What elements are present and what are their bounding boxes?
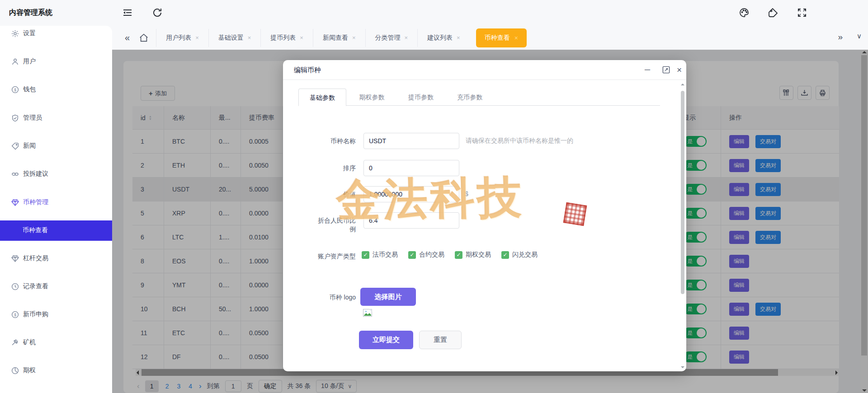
home-tab-icon[interactable] [139, 33, 149, 43]
tab-suggest-list[interactable]: 建议列表 × [417, 29, 470, 47]
gear-icon [11, 30, 19, 37]
tab-basic-params[interactable]: 基础参数 [298, 89, 346, 106]
theme-palette-icon[interactable] [739, 7, 750, 18]
sidebar-item-wallet[interactable]: $ 钱包 [0, 83, 112, 96]
checkbox-check-icon: ✓ [501, 251, 509, 259]
tabs-menu-chevron-icon[interactable]: ∨ [857, 32, 862, 40]
sort-label: 排序 [318, 164, 356, 173]
tab-option-params[interactable]: 期权参数 [348, 89, 395, 106]
gem-icon [11, 199, 19, 206]
close-icon[interactable]: × [677, 66, 682, 75]
sidebar-item-label: 设置 [23, 29, 36, 37]
logo-label: 币种 logo [318, 293, 356, 302]
sidebar-item-label: 杠杆交易 [23, 254, 48, 262]
tag-icon[interactable] [768, 7, 778, 18]
sidebar-item-label: 币种查看 [23, 226, 48, 234]
refresh-icon[interactable] [152, 7, 163, 18]
value-input[interactable] [363, 186, 459, 202]
scroll-up-arrow-icon[interactable] [681, 84, 684, 85]
value-label: 价值 [318, 190, 356, 199]
checkbox-flash-trade[interactable]: ✓ 闪兑交易 [501, 251, 538, 259]
sidebar-item-label: 用户 [23, 57, 36, 66]
close-tab-icon[interactable]: × [352, 34, 356, 41]
checkbox-fiat-trade[interactable]: ✓ 法币交易 [362, 251, 398, 259]
scroll-down-arrow-icon[interactable] [681, 366, 684, 368]
sidebar-item-label: 期权 [23, 366, 36, 374]
watermark-seal [563, 202, 587, 226]
sidebar-item-label: 管理员 [23, 114, 42, 122]
tabs-scroll-left-icon[interactable]: « [112, 33, 136, 43]
sidebar-item-news[interactable]: 新闻 [0, 139, 112, 153]
app-title: 内容管理系统 [9, 8, 52, 18]
menu-collapse-icon[interactable] [122, 7, 133, 18]
close-tab-icon[interactable]: × [300, 34, 303, 41]
dollar-circle-icon: $ [11, 86, 19, 94]
tab-label: 用户列表 [166, 34, 191, 42]
sidebar-item-records[interactable]: 记录查看 [0, 280, 112, 293]
close-tab-icon[interactable]: × [457, 34, 460, 41]
asset-types-label: 账户资产类型 [318, 252, 356, 261]
sidebar-item-coin-view-active[interactable]: 币种查看 [0, 224, 112, 237]
sidebar-item-miner[interactable]: 矿机 [0, 336, 112, 349]
submit-button[interactable]: 立即提交 [359, 331, 413, 349]
svg-text:$: $ [14, 312, 16, 317]
tab-label: 基础设置 [218, 34, 244, 42]
tab-user-list[interactable]: 用户列表 × [156, 29, 208, 47]
sort-input[interactable] [363, 160, 459, 176]
fullscreen-icon[interactable] [797, 7, 807, 18]
tab-deposit-params[interactable]: 充币参数 [446, 89, 493, 106]
sidebar-item-label: 矿机 [23, 338, 36, 346]
choose-image-button[interactable]: 选择图片 [360, 288, 416, 306]
sidebar-item-admin[interactable]: 管理员 [0, 111, 112, 125]
checkbox-option-trade[interactable]: ✓ 期权交易 [455, 251, 491, 259]
pie-chart-icon [11, 367, 19, 374]
sidebar-item-coin-manage[interactable]: 币种管理 [0, 196, 112, 209]
modal-tabs: 基础参数 期权参数 提币参数 充币参数 [298, 88, 660, 106]
minimize-icon[interactable]: ─ [645, 66, 650, 75]
edit-coin-modal: 编辑币种 ─ × 基础参数 期权参数 提币参数 充币参数 币种名称 请确保在交易… [283, 60, 686, 371]
coin-name-input[interactable] [363, 133, 459, 149]
tab-withdraw-list[interactable]: 提币列表 × [260, 29, 313, 47]
tabbar: « 用户列表 × 基础设置 × 提币列表 × 新闻查看 × 分类管理 × 建议列… [112, 26, 868, 50]
value-suffix: $ [465, 190, 468, 197]
sidebar-item-label: 币种管理 [23, 198, 48, 206]
link-icon [11, 170, 19, 178]
tab-label: 分类管理 [375, 34, 401, 42]
modal-scrollbar[interactable] [680, 81, 685, 370]
checkbox-contract-trade[interactable]: ✓ 合约交易 [408, 251, 444, 259]
sidebar-item-options[interactable]: 期权 [0, 364, 112, 377]
tab-label: 建议列表 [427, 34, 453, 42]
asset-type-checkboxes: ✓ 法币交易 ✓ 合约交易 ✓ 期权交易 ✓ 闪兑交易 [362, 251, 538, 259]
shield-check-icon [11, 114, 19, 122]
svg-text:$: $ [14, 87, 16, 92]
close-tab-icon[interactable]: × [405, 34, 408, 41]
modal-scrollbar-thumb[interactable] [681, 91, 684, 294]
gem-icon [11, 255, 19, 262]
close-tab-icon[interactable]: × [248, 34, 251, 41]
form-row-logo: 币种 logo 选择图片 [283, 288, 672, 328]
reset-button[interactable]: 重置 [419, 331, 462, 349]
tab-coin-view-active[interactable]: 币种查看 × [476, 28, 527, 47]
close-tab-icon[interactable]: × [195, 34, 199, 41]
sidebar-item-label: 记录查看 [23, 282, 48, 290]
maximize-icon[interactable] [662, 66, 670, 74]
tag-icon [11, 142, 19, 150]
sidebar-item-label: 投拆建议 [23, 170, 48, 178]
sidebar-item-settings[interactable]: 设置 [0, 27, 112, 40]
checkbox-check-icon: ✓ [362, 251, 369, 259]
cny-ratio-input[interactable] [363, 212, 459, 229]
close-tab-icon[interactable]: × [514, 34, 518, 42]
sidebar-item-new-coin[interactable]: $ 新币申购 [0, 308, 112, 321]
tab-basic-settings[interactable]: 基础设置 × [208, 29, 261, 47]
tab-withdraw-params[interactable]: 提币参数 [397, 89, 444, 106]
tabs-overflow-icon[interactable]: » [838, 32, 843, 42]
modal-title: 编辑币种 [294, 66, 321, 75]
sidebar-item-suggestions[interactable]: 投拆建议 [0, 167, 112, 181]
tab-news-view[interactable]: 新闻查看 × [313, 29, 365, 47]
sidebar-item-users[interactable]: 用户 [0, 55, 112, 68]
coin-name-tip: 请确保在交易所中该币种名称是惟一的 [466, 137, 573, 145]
tab-category-manage[interactable]: 分类管理 × [365, 29, 418, 47]
coin-name-label: 币种名称 [318, 137, 356, 145]
sidebar-item-leverage[interactable]: 杠杆交易 [0, 252, 112, 265]
sidebar-item-label: 新币申购 [23, 310, 48, 318]
